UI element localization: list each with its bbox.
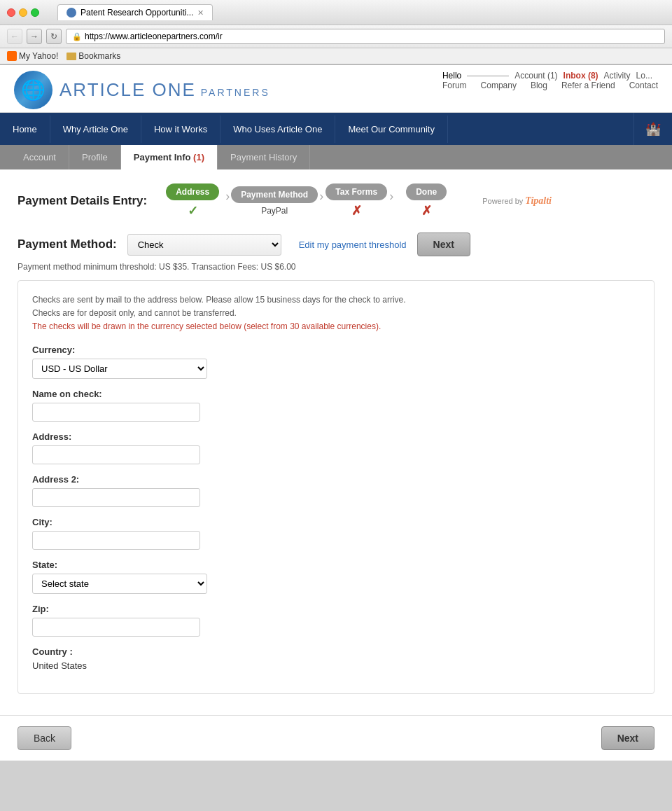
activity-link[interactable]: Activity [604,71,631,81]
nav-castle-icon: 🏰 [634,113,672,145]
logo-main: ARTICLE ONE PARTNERS [59,79,270,101]
logo-globe-icon: 🌐 [14,71,52,109]
state-group: State: Select state Alabama Alaska Arizo… [32,560,640,594]
country-label: Country : [32,646,640,657]
bookmark-yahoo-label: My Yahoo! [19,51,58,61]
reload-button[interactable]: ↻ [46,29,62,44]
step-payment-method-status: PayPal [261,206,288,216]
city-input[interactable] [32,531,200,550]
name-label: Name on check: [32,389,640,399]
account-link[interactable]: Account (1) [514,71,557,81]
payment-info-label: Payment Info [134,152,191,162]
back-nav-button[interactable]: ← [7,29,22,44]
logo-span: PARTNERS [196,87,270,98]
next-button-top[interactable]: Next [417,233,470,256]
step-tax-forms-label: Tax Forms [326,183,387,200]
folder-icon [66,53,76,60]
step-done-label: Done [406,183,447,200]
currency-label: Currency: [32,345,640,355]
payment-info-badge: (1) [193,152,204,162]
contact-link[interactable]: Contact [629,81,658,90]
tab-profile[interactable]: Profile [69,145,121,169]
address2-label: Address 2: [32,474,640,485]
form-desc-line3: The checks will be drawn in the currency… [32,320,640,333]
city-group: City: [32,517,640,550]
form-desc-line1: Checks are sent by mail to the address b… [32,293,640,307]
logout-link[interactable]: Lo... [636,71,652,81]
tab-title: Patent Research Opportuniti... [80,8,193,18]
username-display [467,76,509,76]
tab-payment-history[interactable]: Payment History [218,145,310,169]
currency-select[interactable]: USD - US Dollar EUR - Euro GBP - British… [32,359,207,379]
country-group: Country : United States [32,646,640,671]
back-button[interactable]: Back [18,726,71,750]
nav-home[interactable]: Home [0,116,50,143]
zip-input[interactable] [32,618,200,637]
next-button-bottom[interactable]: Next [601,726,654,750]
blog-link[interactable]: Blog [531,81,547,90]
address2-input[interactable] [32,488,200,507]
nav-who[interactable]: Who Uses Article One [220,116,335,143]
bookmark-yahoo[interactable]: My Yahoo! [7,51,58,61]
step-done: Done ✗ [395,183,458,219]
tab-close-icon[interactable]: ✕ [197,8,204,18]
browser-tab[interactable]: Patent Research Opportuniti... ✕ [57,4,213,20]
tipalti-logo: Tipalti [525,195,552,206]
forward-nav-button[interactable]: → [27,29,42,44]
lock-icon: 🔒 [72,32,82,41]
step-done-status: ✗ [421,203,432,219]
step-payment-method-label: Payment Method [231,186,318,203]
form-desc-line2: Checks are for deposit only, and cannot … [32,307,640,320]
arrow-icon-1: › [225,189,230,214]
forum-link[interactable]: Forum [442,81,467,90]
content-area: Payment Details Entry: Address ✓ › Payme… [0,169,672,708]
payment-method-row: Payment Method: Check PayPal Wire Transf… [18,233,654,256]
nav-how[interactable]: How it Works [141,116,220,143]
address-bar[interactable]: 🔒 https://www.articleonepartners.com/ir [66,29,665,44]
top-right: Hello Account (1) Inbox (8) Activity Lo.… [442,71,658,90]
step-address-label: Address [166,183,219,200]
name-input[interactable] [32,403,200,422]
refer-link[interactable]: Refer a Friend [561,81,615,90]
powered-by: Powered by Tipalti [482,195,552,207]
bookmark-bookmarks-label: Bookmarks [78,51,120,61]
payment-details-label: Payment Details Entry: [18,194,147,208]
browser-chrome: Patent Research Opportuniti... ✕ ← → ↻ 🔒… [0,0,672,65]
zip-group: Zip: [32,604,640,637]
payment-details-section: Payment Details Entry: Address ✓ › Payme… [18,183,654,219]
tab-bar: Patent Research Opportuniti... ✕ [50,4,220,20]
hello-label: Hello [442,71,461,81]
threshold-info: Payment method minimum threshold: US $35… [18,262,654,272]
state-select[interactable]: Select state Alabama Alaska Arizona Cali… [32,574,207,594]
step-payment-method: Payment Method PayPal [231,186,318,216]
address-input[interactable] [32,445,200,464]
nav-why[interactable]: Why Article One [50,116,141,143]
browser-titlebar: Patent Research Opportuniti... ✕ [0,0,672,25]
address-label: Address: [32,431,640,442]
traffic-lights [7,8,39,17]
bookmark-bookmarks[interactable]: Bookmarks [66,51,120,61]
maximize-button[interactable] [31,8,39,17]
form-box: Checks are sent by mail to the address b… [18,280,654,694]
bottom-bar: Back Next [0,715,672,761]
logo-main-text: ARTICLE ONE [59,79,196,100]
tab-account[interactable]: Account [10,145,69,169]
zip-label: Zip: [32,604,640,614]
tab-payment-info[interactable]: Payment Info (1) [121,145,218,169]
top-bar: 🌐 ARTICLE ONE PARTNERS Hello Account (1)… [0,65,672,113]
edit-threshold-link[interactable]: Edit my payment threshold [299,240,407,250]
payment-method-select[interactable]: Check PayPal Wire Transfer ACH [127,234,281,256]
currency-group: Currency: USD - US Dollar EUR - Euro GBP… [32,345,640,379]
powered-by-label: Powered by [482,197,523,205]
minimize-button[interactable] [19,8,27,17]
inbox-link[interactable]: Inbox (8) [564,71,598,81]
company-link[interactable]: Company [481,81,517,90]
hello-area: Hello Account (1) Inbox (8) Activity Lo.… [442,71,658,81]
close-button[interactable] [7,8,15,17]
logo-area: 🌐 ARTICLE ONE PARTNERS [14,71,270,109]
arrow-icon-3: › [389,189,393,214]
globe-icon: 🌐 [21,78,46,102]
step-tax-forms-status: ✗ [351,203,362,219]
nav-community[interactable]: Meet Our Community [335,116,448,143]
step-address-status: ✓ [188,203,198,219]
